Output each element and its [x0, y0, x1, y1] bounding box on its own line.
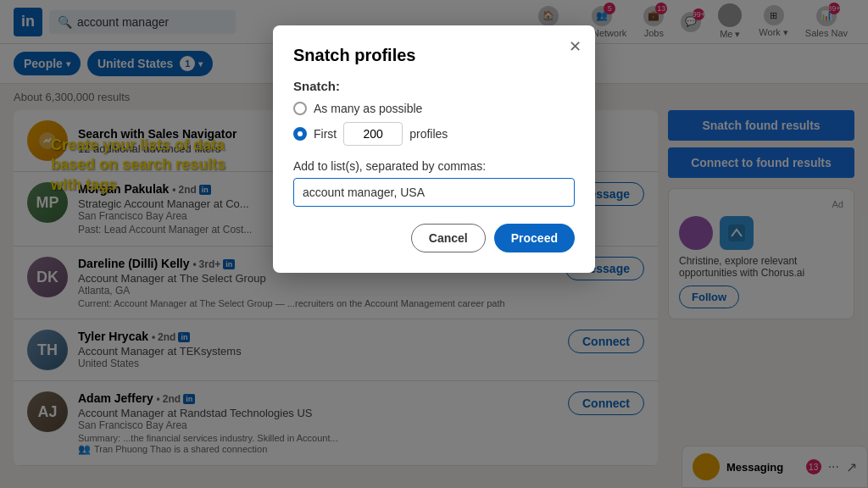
modal-overlay: Snatch profiles ✕ Snatch: As many as pos… [0, 0, 868, 488]
radio-unchecked-icon [293, 102, 307, 115]
option-as-many[interactable]: As many as possible [293, 102, 575, 115]
proceed-button[interactable]: Proceed [494, 224, 575, 252]
modal-actions: Cancel Proceed [293, 224, 575, 252]
modal-close-button[interactable]: ✕ [569, 39, 581, 54]
list-tags-input[interactable] [293, 178, 575, 207]
snatch-profiles-modal: Snatch profiles ✕ Snatch: As many as pos… [273, 25, 595, 273]
profiles-number-input[interactable] [343, 122, 403, 146]
modal-title: Snatch profiles [293, 46, 575, 65]
option-first[interactable]: First profiles [293, 122, 575, 146]
add-to-list-label: Add to list(s), separated by commas: [293, 159, 575, 173]
radio-checked-icon [293, 127, 307, 141]
cancel-button[interactable]: Cancel [411, 224, 486, 252]
snatch-label: Snatch: [293, 79, 575, 93]
radio-group: As many as possible First profiles [293, 102, 575, 146]
